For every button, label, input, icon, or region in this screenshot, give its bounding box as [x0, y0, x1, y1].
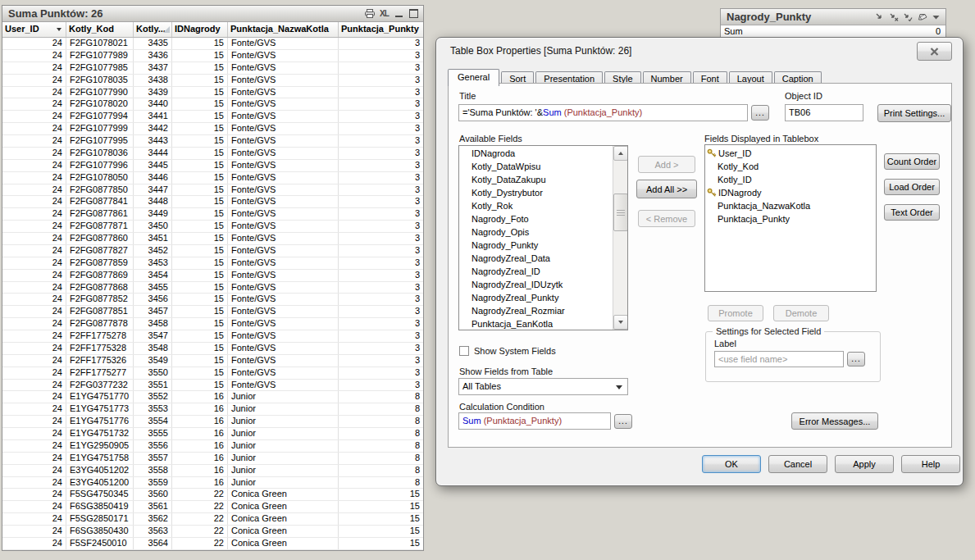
- table-cell[interactable]: F2FG0877868: [66, 282, 134, 294]
- table-cell[interactable]: F2FG0877878: [66, 318, 134, 330]
- table-cell[interactable]: E1YG4751758: [66, 453, 134, 464]
- table-row[interactable]: 24F6SG3850430356322Conica Green15: [2, 526, 423, 538]
- table-cell[interactable]: F2FF1775278: [66, 330, 134, 342]
- table-cell[interactable]: 16: [172, 416, 228, 427]
- table-cell[interactable]: Fonte/GVS: [228, 221, 339, 232]
- table-cell[interactable]: 22: [172, 538, 228, 549]
- table-cell[interactable]: F2FG1077990: [66, 87, 134, 98]
- table-cell[interactable]: 3455: [134, 282, 172, 294]
- table-cell[interactable]: Fonte/GVS: [228, 355, 339, 367]
- table-cell[interactable]: 15: [339, 513, 423, 525]
- show-system-fields-checkbox[interactable]: [459, 346, 469, 356]
- table-cell[interactable]: 15: [172, 62, 228, 74]
- table-cell[interactable]: 15: [339, 489, 423, 500]
- table-filter-select[interactable]: All Tables: [458, 378, 628, 395]
- table-cell[interactable]: 3555: [134, 428, 172, 439]
- cancel-button[interactable]: Cancel: [768, 455, 827, 473]
- table-cell[interactable]: Junior: [228, 416, 339, 427]
- remove-button[interactable]: < Remove: [638, 210, 695, 227]
- table-cell[interactable]: F2FG0377232: [66, 380, 134, 391]
- table-row[interactable]: 24F2FG0877852345615Fonte/GVS3: [2, 294, 423, 306]
- table-cell[interactable]: 15: [172, 184, 228, 196]
- table-row[interactable]: 24F2FG1078050344615Fonte/GVS3: [2, 172, 423, 184]
- table-cell[interactable]: 16: [172, 403, 228, 415]
- add-button[interactable]: Add >: [638, 156, 695, 173]
- table-cell[interactable]: 3554: [134, 416, 172, 427]
- available-field-item[interactable]: Nagrody_Punkty: [459, 239, 613, 252]
- table-cell[interactable]: 3440: [134, 98, 172, 110]
- table-cell[interactable]: 3: [339, 196, 423, 207]
- table-cell[interactable]: 3448: [134, 196, 172, 207]
- available-field-item[interactable]: Kotly_Rok: [459, 199, 613, 212]
- column-header-punktacja-punkty[interactable]: Punktacja_Punkty: [339, 22, 423, 37]
- tablebox-caption[interactable]: Suma Punktów: 26 XL: [2, 6, 423, 22]
- table-cell[interactable]: 24: [2, 221, 66, 232]
- label-expression-editor-button[interactable]: ...: [847, 352, 865, 367]
- table-row[interactable]: 24F2FG0877861344915Fonte/GVS3: [2, 208, 423, 221]
- table-cell[interactable]: 3457: [134, 306, 172, 317]
- table-cell[interactable]: 3: [339, 367, 423, 379]
- table-row[interactable]: 24E1YG4751732355516Junior8: [2, 428, 423, 440]
- table-cell[interactable]: F2FG0877859: [66, 257, 134, 269]
- table-cell[interactable]: F2FG1078050: [66, 172, 134, 184]
- nagrody-punkty-caption[interactable]: Nagrody_Punkty: [721, 9, 945, 25]
- table-cell[interactable]: F2FG1078036: [66, 148, 134, 159]
- table-cell[interactable]: 24: [2, 501, 66, 512]
- table-cell[interactable]: 3: [339, 111, 423, 122]
- table-cell[interactable]: 3557: [134, 453, 172, 464]
- table-cell[interactable]: Conica Green: [228, 513, 339, 525]
- table-cell[interactable]: 15: [172, 87, 228, 98]
- table-cell[interactable]: 3561: [134, 501, 172, 512]
- table-cell[interactable]: F2FG1077996: [66, 160, 134, 171]
- table-cell[interactable]: F2FG1077989: [66, 50, 134, 61]
- calc-expression-editor-button[interactable]: ...: [614, 414, 632, 429]
- table-cell[interactable]: Junior: [228, 465, 339, 476]
- table-cell[interactable]: 3562: [134, 513, 172, 525]
- table-row[interactable]: 24E1YG4751776355416Junior8: [2, 416, 423, 428]
- available-field-item[interactable]: Kotly_Dystrybutor: [459, 186, 613, 199]
- table-cell[interactable]: 16: [172, 465, 228, 476]
- table-cell[interactable]: 24: [2, 403, 66, 415]
- table-cell[interactable]: F2FG1077985: [66, 62, 134, 74]
- table-cell[interactable]: 3549: [134, 355, 172, 367]
- table-cell[interactable]: 3: [339, 75, 423, 86]
- table-cell[interactable]: Conica Green: [228, 489, 339, 500]
- table-cell[interactable]: Fonte/GVS: [228, 50, 339, 61]
- table-cell[interactable]: 15: [172, 208, 228, 220]
- table-cell[interactable]: 3437: [134, 62, 172, 74]
- table-cell[interactable]: 3446: [134, 172, 172, 184]
- table-cell[interactable]: F5SF2450010: [66, 538, 134, 549]
- table-cell[interactable]: 3436: [134, 50, 172, 61]
- displayed-field-item[interactable]: Punktacja_Punkty: [705, 212, 876, 225]
- table-cell[interactable]: Fonte/GVS: [228, 111, 339, 122]
- table-cell[interactable]: 24: [2, 489, 66, 500]
- table-cell[interactable]: 8: [339, 428, 423, 439]
- table-cell[interactable]: 24: [2, 318, 66, 330]
- apply-button[interactable]: Apply: [835, 455, 894, 473]
- table-cell[interactable]: 3: [339, 123, 423, 134]
- displayed-field-item[interactable]: User_ID: [705, 147, 876, 160]
- table-cell[interactable]: 3: [339, 306, 423, 317]
- table-cell[interactable]: Fonte/GVS: [228, 318, 339, 330]
- table-row[interactable]: 24F2FG0877850344715Fonte/GVS3: [2, 184, 423, 197]
- table-cell[interactable]: 24: [2, 245, 66, 257]
- table-cell[interactable]: 3553: [134, 403, 172, 415]
- show-system-fields-label[interactable]: Show System Fields: [474, 346, 556, 356]
- table-cell[interactable]: 24: [2, 87, 66, 98]
- table-cell[interactable]: 15: [172, 172, 228, 184]
- table-cell[interactable]: 24: [2, 123, 66, 134]
- table-cell[interactable]: 3: [339, 380, 423, 391]
- table-cell[interactable]: F2FG0877841: [66, 196, 134, 207]
- table-cell[interactable]: 22: [172, 526, 228, 537]
- table-row[interactable]: 24F2FF1775326354915Fonte/GVS3: [2, 355, 423, 367]
- available-field-item[interactable]: NagrodyZreal_Rozmiar: [459, 304, 613, 317]
- table-cell[interactable]: 8: [339, 477, 423, 489]
- table-cell[interactable]: 8: [339, 391, 423, 403]
- table-cell[interactable]: 24: [2, 440, 66, 452]
- promote-button[interactable]: Promote: [708, 305, 763, 321]
- table-cell[interactable]: 3558: [134, 465, 172, 476]
- table-cell[interactable]: 3: [339, 38, 423, 49]
- table-cell[interactable]: E3YG4051202: [66, 465, 134, 476]
- calculation-condition-input[interactable]: Sum (Punktacja_Punkty): [458, 412, 611, 430]
- column-header-punktacja-nazwakotla[interactable]: Punktacja_NazwaKotla: [228, 22, 339, 37]
